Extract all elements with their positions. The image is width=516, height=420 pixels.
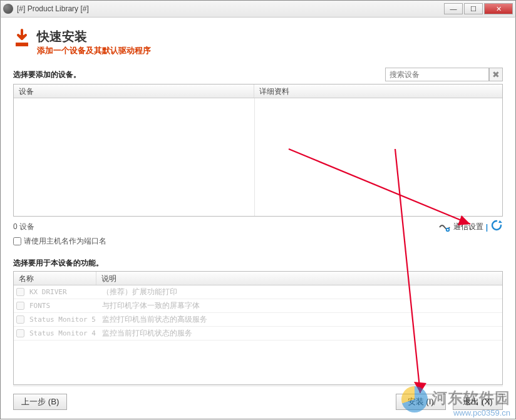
hostname-checkbox[interactable] — [13, 237, 21, 245]
refresh-button[interactable] — [490, 219, 503, 235]
features-section-label: 选择要用于本设备的功能。 — [13, 258, 503, 269]
devices-section-label: 选择要添加的设备。 — [13, 69, 81, 80]
footer: 上一步 (B) 安装 (I) 退出 (X) — [13, 386, 503, 410]
search-input[interactable] — [385, 68, 489, 81]
svg-rect-1 — [16, 43, 28, 46]
devices-table: 设备 详细资料 — [13, 84, 503, 217]
quick-install-icon — [13, 29, 32, 49]
maximize-button[interactable]: ☐ — [464, 3, 483, 14]
window-title: [#] Product Library [#] — [17, 4, 443, 13]
separator: | — [486, 223, 488, 232]
feature-name: FONTS — [29, 302, 102, 310]
minimize-button[interactable]: — — [444, 3, 463, 14]
col-name[interactable]: 名称 — [14, 272, 96, 285]
comm-settings-link[interactable]: 通信设置 — [438, 222, 483, 233]
svg-point-3 — [446, 228, 448, 230]
hostname-checkbox-label: 请使用主机名作为端口名 — [24, 236, 106, 247]
comm-settings-icon — [438, 222, 451, 233]
feature-checkbox[interactable] — [16, 302, 24, 310]
feature-desc: 监控当前打印机状态的服务 — [102, 328, 192, 339]
page-header: 快速安装 添加一个设备及其默认驱动程序 — [13, 29, 503, 56]
feature-checkbox[interactable] — [16, 329, 24, 337]
devices-table-body — [14, 98, 502, 216]
col-device[interactable]: 设备 — [14, 85, 254, 98]
feature-checkbox[interactable] — [16, 288, 24, 296]
close-button[interactable]: ✕ — [484, 3, 513, 14]
page-subtitle: 添加一个设备及其默认驱动程序 — [37, 45, 151, 56]
col-desc[interactable]: 说明 — [96, 272, 502, 285]
feature-desc: （推荐）扩展功能打印 — [102, 287, 177, 297]
page-title: 快速安装 — [37, 29, 151, 44]
table-row: KX DRIVER（推荐）扩展功能打印 — [14, 285, 502, 299]
feature-name: KX DRIVER — [29, 288, 102, 296]
table-row: Status Monitor 4监控当前打印机状态的服务 — [14, 327, 502, 341]
back-button[interactable]: 上一步 (B) — [13, 394, 67, 410]
clear-search-button[interactable]: ✖ — [489, 68, 503, 81]
feature-name: Status Monitor 5 — [29, 315, 102, 324]
col-details[interactable]: 详细资料 — [254, 85, 502, 98]
app-icon — [3, 4, 13, 14]
window-titlebar: [#] Product Library [#] — ☐ ✕ — [0, 0, 516, 18]
svg-marker-4 — [498, 220, 502, 223]
device-count: 0 设备 — [13, 222, 34, 232]
table-row: Status Monitor 5监控打印机当前状态的高级服务 — [14, 313, 502, 327]
feature-desc: 与打印机字体一致的屏幕字体 — [102, 300, 200, 311]
watermark-logo — [401, 386, 428, 412]
exit-button[interactable]: 退出 (X) — [453, 394, 503, 410]
comm-settings-label: 通信设置 — [453, 222, 483, 232]
feature-desc: 监控打印机当前状态的高级服务 — [102, 314, 207, 325]
feature-checkbox[interactable] — [16, 315, 24, 324]
features-table: 名称 说明 KX DRIVER（推荐）扩展功能打印FONTS与打印机字体一致的屏… — [13, 271, 503, 385]
feature-name: Status Monitor 4 — [29, 329, 102, 337]
table-row: FONTS与打印机字体一致的屏幕字体 — [14, 299, 502, 313]
